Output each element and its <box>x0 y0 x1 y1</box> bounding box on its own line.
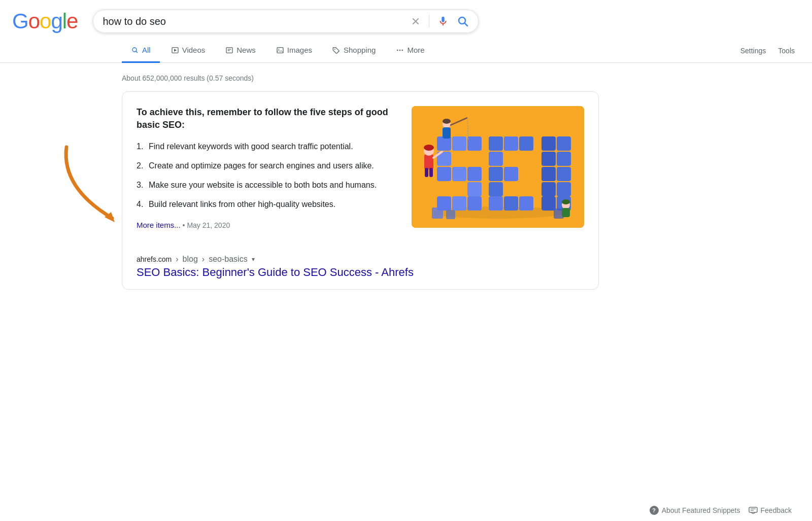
svg-rect-32 <box>504 167 518 181</box>
logo-g: G <box>12 9 28 33</box>
svg-rect-17 <box>452 136 466 151</box>
svg-rect-35 <box>504 196 518 211</box>
about-snippets[interactable]: ? About Featured Snippets <box>650 506 740 515</box>
tab-shopping[interactable]: Shopping <box>323 39 385 63</box>
about-snippets-label: About Featured Snippets <box>662 506 740 514</box>
list-item: Find relevant keywords with good search … <box>137 141 396 153</box>
tab-more-label: More <box>407 46 424 54</box>
tab-all-label: All <box>142 46 151 54</box>
snippet-date: • May 21, 2020 <box>183 221 230 229</box>
featured-snippet: To achieve this, remember to follow the … <box>122 91 599 290</box>
clear-icon <box>411 16 421 26</box>
settings-link[interactable]: Settings <box>735 40 771 62</box>
snippet-title: To achieve this, remember to follow the … <box>137 106 396 131</box>
svg-point-52 <box>424 145 434 151</box>
svg-rect-47 <box>432 207 443 219</box>
result-title[interactable]: SEO Basics: Beginner's Guide to SEO Succ… <box>137 266 414 279</box>
google-logo: Google <box>12 9 78 33</box>
logo-g2: g <box>51 9 62 33</box>
svg-rect-55 <box>429 168 433 177</box>
news-icon <box>225 46 233 54</box>
svg-point-58 <box>443 119 451 124</box>
search-button[interactable] <box>457 15 469 27</box>
svg-rect-23 <box>467 182 482 196</box>
source-dropdown-icon[interactable]: ▾ <box>252 256 255 263</box>
snippet-image <box>412 106 584 228</box>
svg-point-12 <box>402 49 403 51</box>
search-icons <box>411 15 469 27</box>
tab-images-label: Images <box>287 46 312 54</box>
more-items-link[interactable]: More items... <box>137 221 181 229</box>
seo-illustration <box>412 106 584 228</box>
svg-rect-25 <box>452 196 466 211</box>
svg-rect-43 <box>542 182 556 196</box>
svg-rect-26 <box>467 196 482 211</box>
svg-rect-33 <box>489 182 503 196</box>
svg-rect-41 <box>542 167 556 181</box>
source-path2: seo-basics <box>209 255 247 264</box>
tab-more[interactable]: More <box>387 39 433 63</box>
feedback-label: Feedback <box>761 506 792 514</box>
mic-icon <box>437 16 449 27</box>
snippet-text: To achieve this, remember to follow the … <box>137 106 396 238</box>
voice-search-button[interactable] <box>437 16 449 27</box>
svg-rect-16 <box>437 136 451 151</box>
source-line: ahrefs.com › blog › seo-basics ▾ <box>137 251 584 264</box>
list-item: Make sure your website is accessible to … <box>137 179 396 191</box>
tab-videos[interactable]: Videos <box>162 39 215 63</box>
source-breadcrumb: › <box>176 255 178 264</box>
tag-icon <box>332 46 341 54</box>
list-item: Create and optimize pages for search eng… <box>137 160 396 172</box>
source-path1: blog <box>183 255 198 264</box>
search-bar <box>93 10 479 33</box>
svg-marker-3 <box>174 49 177 51</box>
logo-l: l <box>62 9 66 33</box>
bottom-bar: ? About Featured Snippets Feedback <box>0 500 812 521</box>
snippet-content: To achieve this, remember to follow the … <box>137 106 584 238</box>
svg-rect-18 <box>467 136 482 151</box>
tab-news[interactable]: News <box>216 39 265 63</box>
tools-link[interactable]: Tools <box>773 40 800 62</box>
svg-marker-13 <box>105 212 115 222</box>
tab-videos-label: Videos <box>182 46 206 54</box>
tab-images[interactable]: Images <box>267 39 321 63</box>
svg-point-10 <box>397 49 398 51</box>
source-breadcrumb2: › <box>202 255 205 264</box>
clear-button[interactable] <box>411 16 421 26</box>
tab-shopping-label: Shopping <box>344 46 376 54</box>
source-domain: ahrefs.com <box>137 255 172 263</box>
svg-rect-38 <box>557 136 571 151</box>
divider <box>429 15 429 27</box>
snippet-list: Find relevant keywords with good search … <box>137 141 396 211</box>
svg-rect-31 <box>489 167 503 181</box>
feedback-button[interactable]: Feedback <box>749 506 792 514</box>
svg-rect-45 <box>542 196 556 211</box>
search-tab-icon <box>131 46 139 54</box>
svg-rect-7 <box>277 47 283 53</box>
more-items: More items... • May 21, 2020 <box>137 221 396 229</box>
svg-rect-27 <box>489 136 503 151</box>
feedback-icon <box>749 507 758 514</box>
svg-rect-50 <box>424 154 433 169</box>
svg-rect-37 <box>542 136 556 151</box>
tab-all[interactable]: All <box>122 39 160 63</box>
logo-o1: o <box>28 9 40 33</box>
svg-rect-62 <box>562 208 570 217</box>
svg-rect-30 <box>489 152 503 166</box>
settings-tools: Settings Tools <box>735 40 812 62</box>
svg-rect-20 <box>437 167 451 181</box>
svg-rect-29 <box>519 136 533 151</box>
svg-rect-28 <box>504 136 518 151</box>
header: Google <box>0 0 812 39</box>
svg-rect-42 <box>557 167 571 181</box>
search-icon <box>457 15 469 27</box>
svg-point-11 <box>399 49 401 51</box>
play-icon <box>171 46 179 54</box>
image-icon <box>276 46 284 54</box>
svg-rect-54 <box>425 168 428 177</box>
svg-point-9 <box>334 49 335 50</box>
svg-rect-36 <box>519 196 533 211</box>
svg-rect-48 <box>446 210 455 219</box>
list-item: Build relevant links from other high-qua… <box>137 198 396 211</box>
search-input[interactable] <box>103 16 404 27</box>
